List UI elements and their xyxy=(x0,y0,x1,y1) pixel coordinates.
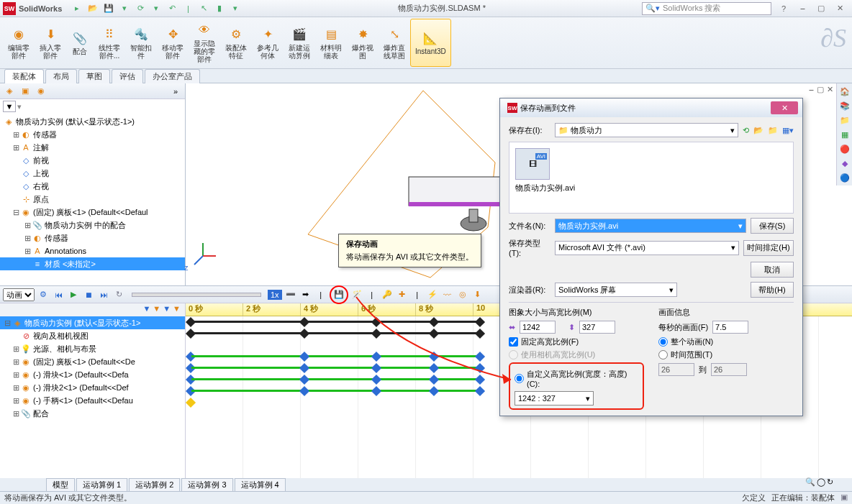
newfolder-icon[interactable]: 📁 xyxy=(768,126,778,135)
help-button[interactable]: 帮助(H) xyxy=(751,282,794,298)
skip-end-icon[interactable]: ⏭ xyxy=(97,288,110,301)
rb-bom[interactable]: ▤材料明 细表 xyxy=(315,19,347,67)
file-explorer-icon[interactable]: 📁 xyxy=(838,114,851,127)
time-slider[interactable] xyxy=(132,293,261,297)
save-icon[interactable]: 💾 xyxy=(102,2,115,15)
addkey-icon[interactable]: ✚ xyxy=(396,288,409,301)
motion-item[interactable]: ⊞📎配合 xyxy=(0,407,185,420)
undo-icon[interactable]: ↶ xyxy=(166,2,178,15)
fixratio-checkbox[interactable]: 固定高宽比例(F) xyxy=(509,336,644,347)
play-icon[interactable]: ▶ xyxy=(67,288,80,301)
tree-item[interactable]: ⊹原点 xyxy=(0,193,185,206)
rb-newmotion[interactable]: 🎬新建运 动算例 xyxy=(284,19,315,67)
open-icon[interactable]: 📂 xyxy=(86,2,99,15)
rb-move[interactable]: ✥移动零 部件 xyxy=(157,19,189,67)
rb-insert-part[interactable]: ⬇插入零 部件 xyxy=(35,19,66,67)
ratio-select[interactable]: 1242 : 327▾ xyxy=(515,391,594,406)
tree-item[interactable]: ⊟◉(固定) 廣板<1> (Default<<Defaul xyxy=(0,206,185,219)
autokey-icon[interactable]: 🔑 xyxy=(381,288,394,301)
faster-icon[interactable]: ➡ xyxy=(299,288,312,301)
file-preview[interactable]: AVI🎞 物质动力实例.avi xyxy=(509,142,794,214)
rotate-icon[interactable]: ↻ xyxy=(827,477,833,487)
filter3-icon[interactable]: ▼ xyxy=(163,304,171,316)
save-button[interactable]: 保存(S) xyxy=(751,218,794,234)
gravity-icon[interactable]: ⬇ xyxy=(471,288,484,301)
rb-mate[interactable]: 📎配合 xyxy=(66,19,94,67)
compass-icon[interactable]: ◯ xyxy=(817,477,825,487)
tab-study2[interactable]: 运动算例 2 xyxy=(129,478,180,492)
stop-icon[interactable]: ⏹ xyxy=(82,288,95,301)
tree-item[interactable]: ⊞A注解 xyxy=(0,141,185,154)
tab-office[interactable]: 办公室产品 xyxy=(145,69,200,83)
rb-smart[interactable]: 🔩智能扣 件 xyxy=(125,19,157,67)
motion-item[interactable]: ⊞◉(固定) 廣板<1> (Default<<De xyxy=(0,355,185,368)
appearances-icon[interactable]: 🔴 xyxy=(838,142,851,155)
doc-close-icon[interactable]: ✕ xyxy=(827,85,833,94)
loop-icon[interactable]: ↻ xyxy=(112,288,125,301)
up-icon[interactable]: 📂 xyxy=(753,126,763,135)
cancel-button[interactable]: 取消 xyxy=(751,262,794,278)
slower-icon[interactable]: ➖ xyxy=(284,288,297,301)
tree-item[interactable]: ⊞◐传感器 xyxy=(0,232,185,244)
tree-tab1-icon[interactable]: ◈ xyxy=(3,85,16,98)
rb-linear[interactable]: ⠿线性零 部件... xyxy=(94,19,125,67)
custom-radio[interactable]: 自定义高宽比例(宽度：高度)(C): xyxy=(515,369,638,388)
speed-badge[interactable]: 1x xyxy=(268,290,282,300)
rb-refgeo[interactable]: ✦参考几 何体 xyxy=(252,19,284,67)
width-input[interactable] xyxy=(520,321,556,334)
usecamera-radio[interactable]: 使用相机高宽比例(U) xyxy=(509,349,644,360)
height-input[interactable] xyxy=(579,321,615,334)
traffic-icon[interactable]: ▮ xyxy=(213,2,226,15)
close-icon[interactable]: ✕ xyxy=(832,3,848,14)
print-icon[interactable]: ▾ xyxy=(118,2,131,15)
doc-min-icon[interactable]: ‒ xyxy=(809,85,814,94)
rb-edit-part[interactable]: ◉编辑零 部件 xyxy=(3,19,35,67)
resources-icon[interactable]: 🏠 xyxy=(838,85,851,98)
drop-icon[interactable]: ▾ xyxy=(229,2,242,15)
whole-radio[interactable]: 整个动画(N) xyxy=(658,336,794,347)
views-icon[interactable]: ▦▾ xyxy=(782,126,794,135)
tree-collapse-icon[interactable]: » xyxy=(169,85,182,98)
filename-input[interactable]: 物质动力实例.avi▾ xyxy=(555,219,746,233)
save-animation-button[interactable]: 💾 xyxy=(330,285,348,304)
tab-sketch[interactable]: 草图 xyxy=(78,69,110,83)
motion-item[interactable]: ⊘视向及相机视图 xyxy=(0,329,185,342)
rb-instant3d[interactable]: 📐Instant3D xyxy=(410,19,451,67)
help-icon[interactable]: ? xyxy=(776,3,792,14)
tree-item[interactable]: ≡材质 <未指定> xyxy=(0,257,185,270)
filter2-icon[interactable]: ▼ xyxy=(153,304,160,316)
tab-study1[interactable]: 运动算例 1 xyxy=(76,478,127,492)
restore-icon[interactable]: ▢ xyxy=(813,3,829,14)
tree-root[interactable]: ◈物质动力实例 (默认<显示状态-1>) xyxy=(0,115,185,128)
view-palette-icon[interactable]: ▦ xyxy=(838,128,851,141)
filter-drop-icon[interactable]: ▾ xyxy=(17,102,22,111)
filetype-select[interactable]: Microsoft AVI 文件 (*.avi)▾ xyxy=(555,241,739,255)
contact-icon[interactable]: ◎ xyxy=(456,288,469,301)
rb-explodeline[interactable]: ⤡爆炸直 线草图 xyxy=(379,19,410,67)
savein-select[interactable]: 📁 物质动力▾ xyxy=(555,123,738,137)
renderer-select[interactable]: SolidWorks 屏幕▾ xyxy=(555,283,677,297)
motion-item[interactable]: ⊞💡光源、相机与布景 xyxy=(0,342,185,355)
anim-wizard-icon[interactable]: 🪄 xyxy=(350,288,363,301)
tree-item[interactable]: ◇右视 xyxy=(0,180,185,193)
back-icon[interactable]: ⟲ xyxy=(743,126,749,135)
tree-item[interactable]: ⊞◐传感器 xyxy=(0,128,185,141)
range-radio[interactable]: 时间范围(T) xyxy=(658,349,794,360)
design-library-icon[interactable]: 📚 xyxy=(838,99,851,112)
tab-layout[interactable]: 布局 xyxy=(45,69,77,83)
skip-start-icon[interactable]: ⏮ xyxy=(52,288,65,301)
fps-input[interactable] xyxy=(712,321,748,334)
motion-item[interactable]: ⊞◉(-) 滑块2<1> (Default<<Def xyxy=(0,381,185,394)
motion-type-select[interactable]: 动画 xyxy=(3,288,35,301)
tree-tab2-icon[interactable]: ▣ xyxy=(19,85,32,98)
calc-icon[interactable]: ⚙ xyxy=(37,288,50,301)
rb-asm-feature[interactable]: ⚙装配体 特征 xyxy=(220,19,252,67)
motion-item[interactable]: ⊞◉(-) 手柄<1> (Default<<Defau xyxy=(0,394,185,407)
filter4-icon[interactable]: ▼ xyxy=(173,304,181,316)
options-icon[interactable]: ▾ xyxy=(150,2,163,15)
filter1-icon[interactable]: ▼ xyxy=(142,304,150,316)
tree-item[interactable]: ◇前视 xyxy=(0,154,185,167)
tab-model[interactable]: 模型 xyxy=(46,478,75,492)
status-icon[interactable]: ▣ xyxy=(840,492,848,503)
tab-assembly[interactable]: 装配体 xyxy=(4,69,44,83)
